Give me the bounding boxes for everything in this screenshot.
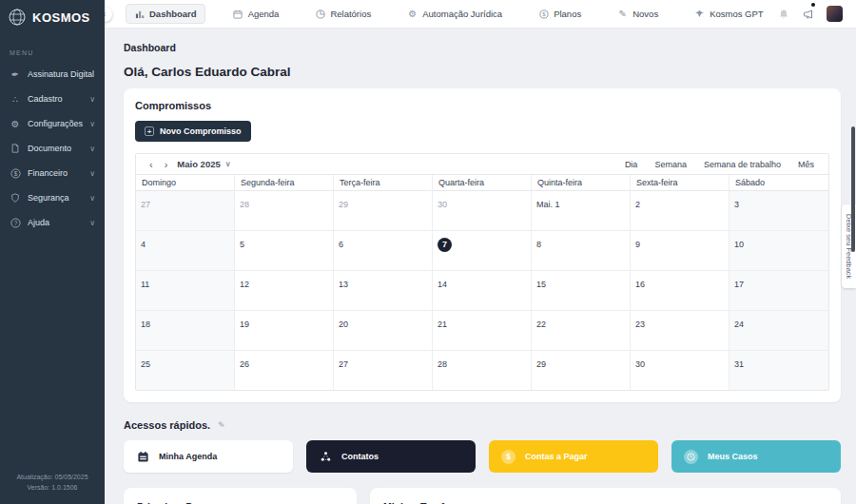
calendar-day-cell[interactable]: 20 (334, 311, 433, 350)
calendar-day-cell-today[interactable]: 7 (433, 231, 532, 270)
calendar: ‹ › Maio 2025 ∨ Dia Semana Semana de tra… (135, 153, 829, 391)
calendar-day-cell[interactable]: 29 (334, 191, 433, 230)
weekday-label: Terça-feira (334, 175, 433, 190)
calendar-day-cell[interactable]: 17 (730, 271, 828, 310)
calendar-day-cell[interactable]: Mai. 1 (532, 191, 631, 230)
dollar-icon: $ (10, 167, 21, 179)
chevron-down-icon: ∨ (225, 160, 231, 168)
nav-item-kosmos-gpt[interactable]: Kosmos GPT (686, 4, 772, 24)
compromissos-title: Compromissos (135, 100, 829, 111)
calendar-day-cell[interactable]: 14 (433, 271, 532, 310)
sidebar-item-seguranca[interactable]: Segurança ∨ (0, 185, 105, 210)
calendar-week-row: 11 12 13 14 15 16 17 (136, 271, 828, 311)
calendar-day-cell[interactable]: 16 (631, 271, 730, 310)
view-dia-button[interactable]: Dia (618, 157, 645, 172)
calendar-day-cell[interactable]: 27 (136, 191, 235, 230)
nav-item-dashboard[interactable]: Dashboard (126, 4, 205, 24)
quick-card-contas-a-pagar[interactable]: $ Contas a Pagar (489, 440, 658, 473)
calendar-day-cell[interactable]: 15 (532, 271, 631, 310)
calendar-day-cell[interactable]: 12 (235, 271, 334, 310)
calendar-day-cell[interactable]: 28 (433, 351, 532, 390)
page-title: Dashboard (124, 42, 841, 53)
user-avatar[interactable] (827, 6, 843, 22)
nav-item-agenda[interactable]: Agenda (224, 4, 288, 24)
sidebar-item-ajuda[interactable]: ? Ajuda ∨ (0, 210, 105, 235)
chevron-down-icon: ∨ (89, 194, 95, 203)
nav-item-novos[interactable]: ✎ Novos (609, 4, 667, 24)
novo-compromisso-button[interactable]: + Novo Compromisso (135, 121, 251, 142)
calendar-day-cell[interactable]: 28 (235, 191, 334, 230)
topbar: ‹ Dashboard Agenda Relatórios ⚙ Automaçã… (105, 0, 856, 29)
sidebar-item-financeiro[interactable]: $ Financeiro ∨ (0, 161, 105, 185)
bell-icon[interactable] (777, 8, 790, 21)
compromissos-card: Compromissos + Novo Compromisso ‹ › Maio… (124, 88, 841, 402)
calendar-day-cell[interactable]: 5 (235, 231, 334, 270)
calendar-day-cell[interactable]: 31 (730, 351, 828, 390)
scrollbar-thumb[interactable] (851, 126, 855, 252)
calendar-day-cell[interactable]: 25 (136, 351, 235, 390)
calendar-day-cell[interactable]: 22 (532, 311, 631, 350)
brand-name: KOSMOS (32, 10, 90, 25)
quick-card-minha-agenda[interactable]: Minha Agenda (124, 440, 293, 473)
chevron-down-icon: ∨ (89, 219, 95, 227)
svg-text:$: $ (13, 169, 17, 176)
svg-text:?: ? (13, 219, 17, 225)
sidebar-item-cadastro[interactable]: ∴ Cadastro ∨ (0, 87, 105, 111)
calendar-day-cell[interactable]: 21 (433, 311, 532, 350)
calendar-day-cell[interactable]: 13 (334, 271, 433, 310)
sidebar: KOSMOS MENU ✒ Assinatura Digital ∴ Cadas… (0, 0, 105, 504)
sidebar-item-configuracoes[interactable]: ⚙ Configurações ∨ (0, 111, 105, 136)
view-mes-button[interactable]: Mês (791, 157, 821, 172)
calendar-day-cell[interactable]: 27 (334, 351, 433, 390)
greeting: Olá, Carlos Eduardo Cabral (124, 65, 841, 79)
sidebar-item-documento[interactable]: Documento ∨ (0, 136, 105, 161)
nav-item-planos[interactable]: $ Planos (530, 4, 590, 24)
calendar-prev-button[interactable]: ‹ (144, 159, 159, 170)
calendar-day-cell[interactable]: 6 (334, 231, 433, 270)
calendar-day-cell[interactable]: 11 (136, 271, 235, 310)
calendar-day-cell[interactable]: 26 (235, 351, 334, 390)
calendar-next-button[interactable]: › (159, 159, 174, 170)
shield-icon (10, 192, 21, 204)
calendar-day-cell[interactable]: 23 (631, 311, 730, 350)
weekday-label: Sexta-feira (631, 175, 730, 190)
calendar-day-cell[interactable]: 2 (631, 191, 730, 230)
calendar-day-cell[interactable]: 3 (730, 191, 828, 230)
weekday-label: Quinta-feira (532, 175, 631, 190)
nav-item-automacao-juridica[interactable]: ⚙ Automação Jurídica (399, 4, 511, 24)
calendar-day-cell[interactable]: 30 (433, 191, 532, 230)
nav-item-relatorios[interactable]: Relatórios (306, 4, 379, 24)
kosmos-gpt-icon (694, 9, 705, 19)
calendar-day-cell[interactable]: 18 (136, 311, 235, 350)
view-semana-button[interactable]: Semana (648, 157, 693, 172)
quick-card-contatos[interactable]: Contatos (306, 440, 476, 473)
primeiros-passos-card: Primeiros Passos Comece suas configuraçõ… (124, 488, 357, 504)
calendar-day-cell[interactable]: 29 (532, 351, 631, 390)
calendar-day-cell[interactable]: 30 (631, 351, 730, 390)
sidebar-item-assinatura-digital[interactable]: ✒ Assinatura Digital (0, 62, 105, 87)
calendar-day-cell[interactable]: 4 (136, 231, 235, 270)
edit-pencil-icon[interactable]: ✎ (218, 420, 225, 430)
svg-text:$: $ (542, 11, 546, 17)
brand[interactable]: KOSMOS (0, 0, 105, 36)
gear-icon: ⚙ (10, 118, 21, 129)
calendar-day-cell[interactable]: 8 (532, 231, 631, 270)
sidebar-menu-label: MENU (0, 36, 105, 62)
dashboard-icon (134, 9, 145, 19)
calendar-day-cell[interactable]: 9 (631, 231, 730, 270)
weekday-label: Segunda-feira (235, 175, 334, 190)
quick-card-meus-casos[interactable]: Meus Casos (671, 440, 841, 473)
view-semana-trabalho-button[interactable]: Semana de trabalho (697, 157, 788, 172)
calendar-week-row: 18 19 20 21 22 23 24 (136, 311, 828, 351)
calendar-toolbar: ‹ › Maio 2025 ∨ Dia Semana Semana de tra… (136, 154, 828, 175)
announcements-icon[interactable] (802, 8, 815, 21)
calendar-week-row: 27 28 29 30 Mai. 1 2 3 (136, 191, 828, 231)
planos-icon: $ (538, 9, 549, 19)
calendar-day-cell[interactable]: 24 (730, 311, 828, 350)
pencil-icon: ✎ (617, 9, 628, 19)
contacts-network-icon (319, 450, 332, 463)
calendar-day-cell[interactable]: 10 (730, 231, 828, 270)
calendar-month-dropdown[interactable]: Maio 2025 ∨ (177, 159, 230, 169)
weekday-label: Quarta-feira (433, 175, 532, 190)
calendar-day-cell[interactable]: 19 (235, 311, 334, 350)
